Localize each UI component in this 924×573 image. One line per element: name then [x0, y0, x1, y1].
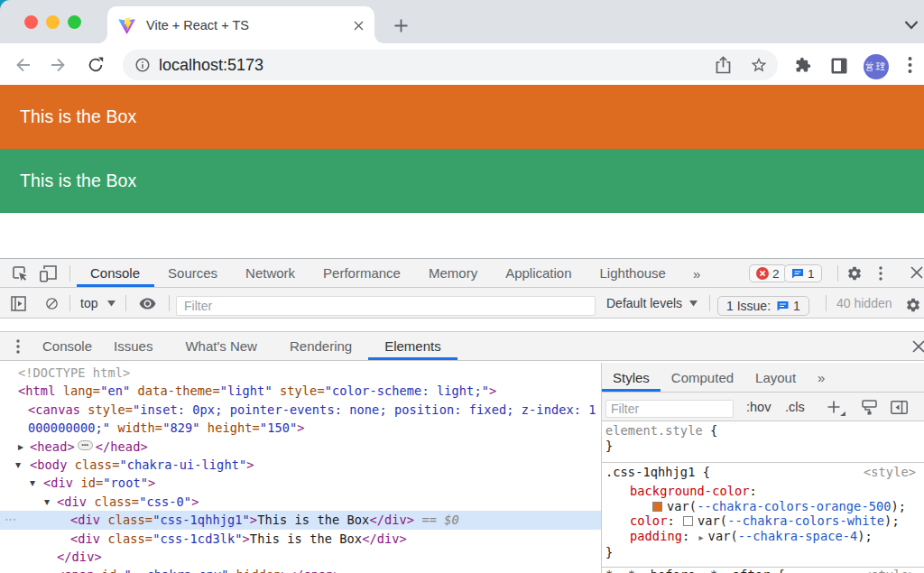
style-rule-row[interactable]: } — [605, 439, 924, 454]
console-context-selector[interactable]: top — [80, 288, 97, 319]
error-count-badge[interactable]: 2 — [749, 264, 787, 282]
devtools-panel: ConsoleSourcesNetworkPerformanceMemoryAp… — [0, 258, 924, 573]
dom-tree-line[interactable]: </div> — [0, 548, 601, 566]
issues-counter-button[interactable]: 1 Issue: 1 — [717, 296, 809, 316]
dom-tree-line[interactable]: ▾<div class="css-0"> — [0, 493, 601, 511]
expand-arrow-down-icon[interactable]: ▾ — [30, 474, 35, 492]
console-settings-gear-icon[interactable] — [905, 297, 921, 313]
separator — [826, 295, 827, 311]
browser-tab[interactable]: Vite + React + TS — [107, 6, 374, 43]
dom-tree: <!DOCTYPE html><html lang="en" data-them… — [0, 363, 601, 573]
toggle-classes-button[interactable]: .cls — [785, 393, 805, 421]
style-rule-row[interactable]: var(--chakra-colors-orange-500); — [605, 499, 924, 514]
inspect-element-icon[interactable] — [12, 265, 28, 282]
devtools-tab-lighthouse[interactable]: Lighthouse — [586, 259, 679, 287]
url-text[interactable]: localhost:5173 — [159, 50, 263, 80]
console-filter-input[interactable]: Filter — [176, 296, 596, 316]
dom-tree-line[interactable]: 000000000;" width="829" height="150"> — [0, 419, 601, 437]
drawer-tab-what-s-new[interactable]: What's New — [169, 332, 273, 360]
devtools-tab-console[interactable]: Console — [77, 259, 154, 287]
drawer-tab-console[interactable]: Console — [32, 332, 103, 360]
clear-console-icon[interactable] — [45, 297, 59, 310]
traffic-light-close[interactable] — [24, 15, 38, 29]
styles-tab-styles[interactable]: Styles — [602, 363, 661, 392]
device-toolbar-icon[interactable] — [39, 264, 57, 282]
devtools-menu-kebab-icon[interactable] — [879, 266, 882, 281]
expand-arrow-down-icon[interactable]: ▾ — [15, 456, 21, 474]
bookmark-star-icon[interactable] — [750, 56, 768, 74]
expand-arrow-right-icon[interactable]: ▸ — [18, 438, 23, 456]
expand-arrow-down-icon[interactable]: ▾ — [44, 493, 50, 511]
devtools-tab-application[interactable]: Application — [492, 259, 586, 287]
dom-tree-line[interactable]: <span id="__chakra_env" hidden></span> — [0, 566, 601, 573]
style-rule-row[interactable]: padding: ▸var(--chakra-space-4); — [605, 529, 924, 545]
tab-search-chevron-icon[interactable] — [904, 20, 919, 30]
style-rule-row[interactable]: } — [605, 545, 924, 560]
dom-tree-line[interactable]: ▾<body class="chakra-ui-light"> — [0, 456, 601, 474]
expand-value-arrow-icon[interactable]: ▸ — [699, 531, 704, 546]
color-swatch[interactable] — [652, 502, 662, 512]
devtools-tab-network[interactable]: Network — [232, 259, 310, 287]
rendering-emulation-icon[interactable] — [862, 400, 877, 415]
devtools-tab-performance[interactable]: Performance — [310, 259, 415, 287]
share-icon[interactable] — [715, 56, 732, 74]
separator — [169, 295, 170, 311]
drawer-menu-kebab-icon[interactable] — [16, 339, 20, 354]
live-expression-eye-icon[interactable] — [137, 298, 158, 310]
styles-filter-input[interactable]: Filter — [605, 400, 734, 418]
issue-count-badge[interactable]: 1 — [784, 264, 822, 282]
color-swatch[interactable] — [683, 516, 693, 526]
vite-favicon-icon — [118, 17, 135, 34]
address-bar[interactable]: localhost:5173 — [123, 50, 778, 80]
drawer-tab-elements[interactable]: Elements — [368, 332, 457, 360]
drawer-toolbar: ConsoleIssuesWhat's NewRenderingElements — [0, 331, 924, 361]
toggle-hover-button[interactable]: :hov — [746, 393, 771, 421]
dom-tree-line[interactable]: <canvas style="inset: 0px; pointer-event… — [0, 401, 601, 419]
computed-sidebar-toggle-icon[interactable] — [891, 401, 908, 414]
styles-tab-computed[interactable]: Computed — [661, 363, 744, 392]
side-panel-icon[interactable] — [831, 58, 847, 74]
drawer-tabs: ConsoleIssuesWhat's NewRenderingElements — [32, 332, 457, 360]
new-tab-button[interactable] — [393, 18, 409, 33]
style-rule-row[interactable]: *, *::before, *::after { — [605, 568, 924, 573]
traffic-light-maximize[interactable] — [68, 15, 81, 29]
dom-tree-line[interactable]: <!DOCTYPE html> — [0, 364, 601, 382]
style-rule-row[interactable]: element.style { — [605, 423, 924, 439]
extensions-puzzle-icon[interactable] — [795, 57, 811, 73]
profile-avatar[interactable]: 管理 — [864, 54, 889, 79]
devtools-settings-gear-icon[interactable] — [846, 265, 863, 282]
style-rule-row[interactable]: .css-1qhhjg1 { — [605, 465, 924, 480]
site-info-icon[interactable] — [134, 57, 151, 73]
drawer-close-icon[interactable] — [912, 340, 924, 353]
dom-row-actions-icon[interactable]: ⋯ — [5, 511, 16, 529]
tab-strip: Vite + React + TS — [0, 0, 924, 43]
context-dropdown-caret-icon — [107, 300, 116, 307]
devtools-close-icon[interactable] — [910, 266, 923, 279]
devtools-tab-sources[interactable]: Sources — [154, 259, 232, 287]
collapsed-ellipsis-pill[interactable]: … — [78, 440, 93, 450]
dom-tree-line[interactable]: <html lang="en" data-theme="light" style… — [0, 382, 601, 400]
browser-toolbar: localhost:5173 管理 — [0, 43, 924, 85]
new-style-rule-button[interactable] — [827, 401, 840, 413]
drawer-tab-rendering[interactable]: Rendering — [273, 332, 368, 360]
tab-close-icon[interactable] — [354, 21, 364, 31]
drawer-tab-issues[interactable]: Issues — [103, 332, 169, 360]
styles-more-tabs-chevron[interactable]: » — [807, 363, 836, 393]
devtools-tab-memory[interactable]: Memory — [414, 259, 491, 287]
forward-button[interactable] — [50, 57, 66, 73]
more-panels-chevron[interactable]: » — [682, 259, 711, 288]
dom-tree-line[interactable]: ⋯<div class="css-1qhhjg1">This is the Bo… — [0, 511, 601, 529]
separator — [69, 265, 70, 282]
style-rule-row[interactable]: background-color: — [605, 484, 924, 499]
console-levels-selector[interactable]: Default levels — [606, 288, 682, 319]
dom-tree-line[interactable]: ▾<div id="root"> — [0, 474, 601, 492]
console-sidebar-icon[interactable] — [11, 296, 26, 311]
dom-tree-line[interactable]: ▸<head>…</head> — [0, 438, 601, 456]
reload-button[interactable] — [88, 57, 104, 73]
traffic-light-minimize[interactable] — [46, 15, 60, 29]
style-rule-row[interactable]: color: var(--chakra-colors-white); — [605, 513, 924, 529]
browser-menu-kebab-icon[interactable] — [908, 56, 912, 74]
styles-tab-layout[interactable]: Layout — [744, 363, 807, 392]
dom-tree-line[interactable]: <div class="css-1cd3lk">This is the Box<… — [0, 530, 601, 548]
back-button[interactable] — [15, 57, 32, 73]
